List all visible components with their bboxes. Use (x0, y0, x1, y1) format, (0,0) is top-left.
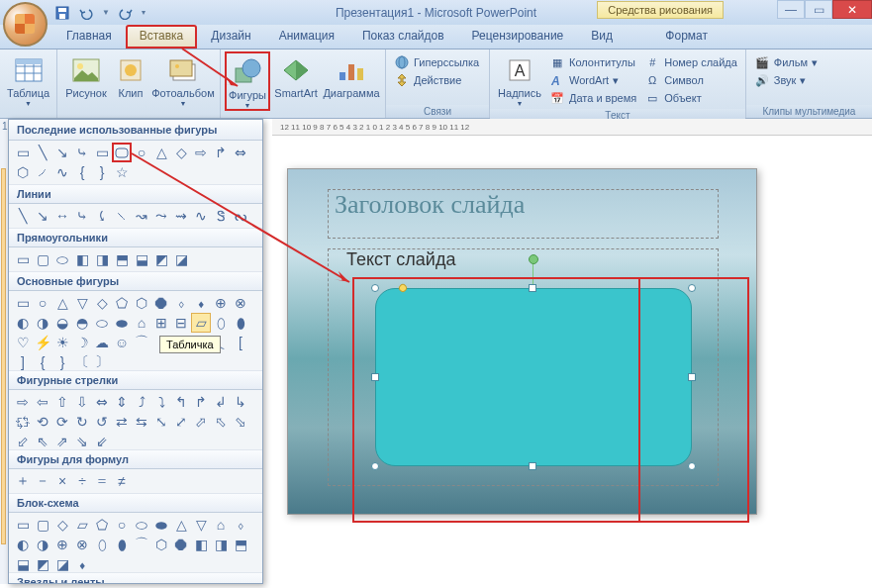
b37[interactable]: ] (13, 352, 33, 372)
close-button[interactable]: ✕ (832, 0, 872, 19)
clip-button[interactable]: Клип (111, 51, 150, 99)
a15[interactable]: ⟳ (52, 412, 72, 432)
fc17[interactable]: ⬯ (92, 535, 112, 554)
fc4[interactable]: ▱ (72, 515, 92, 535)
tab-home[interactable]: Главная (52, 25, 126, 49)
fc14[interactable]: ◑ (33, 535, 52, 554)
table-button[interactable]: Таблица ▼ (4, 51, 52, 107)
header-button[interactable]: ▦Колонтитулы (545, 53, 640, 71)
shape-curve1[interactable]: ⟋ (33, 162, 52, 182)
a8[interactable]: ⤵ (151, 392, 171, 412)
chart-button[interactable]: Диаграмма (322, 51, 381, 99)
undo-icon[interactable] (78, 5, 94, 21)
fc24[interactable]: ⬒ (231, 535, 250, 554)
a13[interactable]: ⮔ (13, 412, 33, 432)
smartart-button[interactable]: SmartArt (270, 51, 322, 99)
sound-button[interactable]: 🔊Звук ▾ (750, 71, 811, 89)
f1[interactable]: ＋ (13, 471, 33, 491)
save-icon[interactable] (54, 5, 70, 21)
b30[interactable]: ☺ (112, 333, 132, 352)
a29[interactable]: ⇙ (92, 432, 112, 451)
fc28[interactable]: ⬧ (72, 554, 92, 574)
b16[interactable]: ◓ (72, 313, 92, 333)
b5[interactable]: ◇ (92, 293, 112, 313)
fc26[interactable]: ◩ (33, 554, 52, 574)
fc8[interactable]: ⬬ (151, 515, 171, 535)
b25[interactable]: ♡ (13, 333, 33, 352)
object-button[interactable]: ▭Объект (640, 89, 741, 107)
a17[interactable]: ↺ (92, 412, 112, 432)
a16[interactable]: ↻ (72, 412, 92, 432)
a24[interactable]: ⬂ (231, 412, 250, 432)
line-4[interactable]: ⤷ (72, 206, 92, 226)
f6[interactable]: ≠ (112, 471, 132, 491)
qat-more-icon[interactable]: ▾ (142, 8, 145, 17)
symbol-button[interactable]: ΩСимвол (640, 71, 741, 89)
a9[interactable]: ↰ (171, 392, 191, 412)
fc15[interactable]: ⊕ (52, 535, 72, 554)
shape-brace-r[interactable]: } (92, 162, 112, 182)
b13[interactable]: ◐ (13, 313, 33, 333)
tab-slideshow[interactable]: Показ слайдов (348, 25, 458, 49)
b36[interactable]: [ (231, 333, 250, 352)
shape-textbox[interactable]: ▭ (13, 143, 33, 162)
b2[interactable]: ○ (33, 293, 52, 313)
a19[interactable]: ⇆ (132, 412, 151, 432)
b38[interactable]: { (33, 352, 52, 372)
b40[interactable]: 〔 (72, 352, 92, 372)
fc12[interactable]: ⬨ (231, 515, 250, 535)
f5[interactable]: ＝ (92, 471, 112, 491)
fc2[interactable]: ▢ (33, 515, 52, 535)
b39[interactable]: } (52, 352, 72, 372)
a14[interactable]: ⟲ (33, 412, 52, 432)
fc18[interactable]: ⬮ (112, 535, 132, 554)
a23[interactable]: ⬁ (211, 412, 231, 432)
tab-format[interactable]: Формат (651, 25, 722, 46)
shape-hexagon[interactable]: ⬡ (13, 162, 33, 182)
b24[interactable]: ⬮ (231, 313, 250, 333)
b23[interactable]: ⬯ (211, 313, 231, 333)
a1[interactable]: ⇨ (13, 392, 33, 412)
datetime-button[interactable]: 📅Дата и время (545, 89, 640, 107)
fc25[interactable]: ⬓ (13, 554, 33, 574)
fc27[interactable]: ◪ (52, 554, 72, 574)
rect-2[interactable]: ▢ (33, 249, 52, 269)
tab-view[interactable]: Вид (577, 25, 627, 49)
b3[interactable]: △ (52, 293, 72, 313)
f2[interactable]: － (33, 471, 52, 491)
b17[interactable]: ⬭ (92, 313, 112, 333)
a25[interactable]: ⬃ (13, 432, 33, 451)
rect-4[interactable]: ◧ (72, 249, 92, 269)
b26[interactable]: ⚡ (33, 333, 52, 352)
b19[interactable]: ⌂ (132, 313, 151, 333)
fc21[interactable]: ⯃ (171, 535, 191, 554)
a7[interactable]: ⤴ (132, 392, 151, 412)
undo-dropdown-icon[interactable]: ▼ (102, 8, 110, 17)
a22[interactable]: ⬀ (191, 412, 211, 432)
b14[interactable]: ◑ (33, 313, 52, 333)
fc23[interactable]: ◨ (211, 535, 231, 554)
fc19[interactable]: ⌒ (132, 535, 151, 554)
a28[interactable]: ⇘ (72, 432, 92, 451)
b28[interactable]: ☽ (72, 333, 92, 352)
a6[interactable]: ⇕ (112, 392, 132, 412)
fc6[interactable]: ○ (112, 515, 132, 535)
line-5[interactable]: ⤹ (92, 206, 112, 226)
a3[interactable]: ⇧ (52, 392, 72, 412)
b41[interactable]: 〕 (92, 352, 112, 372)
wordart-button[interactable]: AWordArt ▾ (545, 71, 640, 89)
rect-5[interactable]: ◨ (92, 249, 112, 269)
a18[interactable]: ⇄ (112, 412, 132, 432)
title-placeholder[interactable]: Заголовок слайда (328, 189, 719, 239)
slidenum-button[interactable]: #Номер слайда (640, 53, 741, 71)
fc16[interactable]: ⊗ (72, 535, 92, 554)
office-button[interactable] (3, 2, 48, 47)
redo-icon[interactable] (118, 5, 134, 21)
restore-button[interactable]: ▭ (805, 0, 832, 19)
b31[interactable]: ⌒ (132, 333, 151, 352)
fc7[interactable]: ⬭ (132, 515, 151, 535)
line-2[interactable]: ↘ (33, 206, 52, 226)
fc11[interactable]: ⌂ (211, 515, 231, 535)
b15[interactable]: ◒ (52, 313, 72, 333)
a11[interactable]: ↲ (211, 392, 231, 412)
